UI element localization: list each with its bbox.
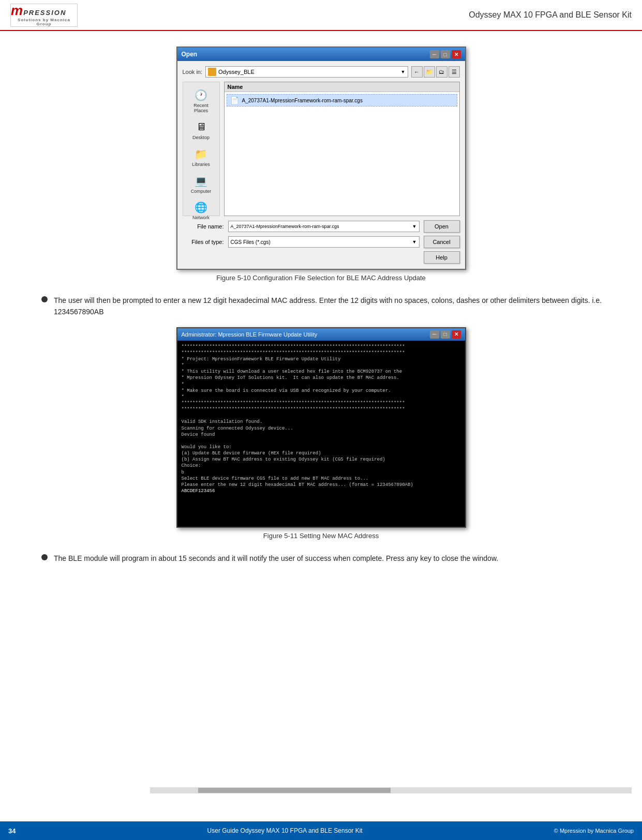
term-line-12: Valid SDK installation found.	[182, 419, 461, 425]
terminal-controls: ─ □ ✕	[430, 330, 461, 339]
figure-10-caption: Figure 5‑10 Configuration File Selection…	[216, 274, 426, 282]
figure-11-caption: Figure 5‑11 Setting New MAC Address	[263, 532, 379, 540]
logo-area: m PRESSION Solutions by Macnica Group	[10, 4, 78, 27]
bullet-text-2: The BLE module will program in about 15 …	[54, 553, 498, 564]
term-line-1: ****************************************…	[182, 344, 461, 350]
bullet-dot-1	[41, 296, 48, 302]
term-line-3: * Project: MpressionFramework BLE Firmwa…	[182, 356, 461, 362]
terminal-body: ****************************************…	[177, 341, 465, 527]
nav-libraries[interactable]: 📁 Libraries	[185, 145, 217, 169]
dialog-main-area: 🕐 Recent Places 🖥 Desktop 📁 Libraries	[183, 82, 460, 216]
minimize-button[interactable]: ─	[430, 50, 439, 58]
terminal-minimize-button[interactable]: ─	[430, 330, 439, 339]
main-content: Open ─ □ ✕ Look in: Odyssey_BLE ▼	[0, 31, 642, 589]
bullet-dot-2	[41, 554, 48, 560]
view-menu-button[interactable]: ☰	[449, 66, 460, 78]
close-button[interactable]: ✕	[452, 50, 461, 58]
open-dialog: Open ─ □ ✕ Look in: Odyssey_BLE ▼	[176, 47, 466, 270]
page-footer: 34 User Guide Odyssey MAX 10 FPGA and BL…	[0, 821, 642, 840]
lookin-combo[interactable]: Odyssey_BLE ▼	[205, 66, 408, 78]
network-label: Network	[192, 216, 210, 221]
filetype-value: CGS Files (*.cgs)	[231, 239, 271, 245]
term-line-11: ****************************************…	[182, 406, 461, 413]
terminal-maximize-button[interactable]: □	[441, 330, 450, 339]
file-list-header: Name	[225, 82, 459, 92]
term-line-17: (b) Assign new BT MAC address to existin…	[182, 456, 461, 463]
help-button[interactable]: Help	[424, 251, 460, 264]
nav-network[interactable]: 🌐 Network	[185, 198, 217, 222]
figure-11-container: Administrator: Mpression BLE Firmware Up…	[31, 327, 611, 540]
footer-copyright: © Mpression by Macnica Group	[554, 828, 634, 834]
filetype-label: Files of type:	[183, 239, 224, 245]
lookin-actions: ← 📁 🗂 ☰	[411, 66, 460, 78]
term-line-21: Please enter the new 12 digit hexadecima…	[182, 482, 461, 488]
figure-10-container: Open ─ □ ✕ Look in: Odyssey_BLE ▼	[31, 47, 611, 282]
terminal-window: Administrator: Mpression BLE Firmware Up…	[176, 327, 466, 528]
new-folder-button[interactable]: 🗂	[436, 66, 447, 78]
desktop-icon: 🖥	[193, 120, 210, 134]
places-nav: 🕐 Recent Places 🖥 Desktop 📁 Libraries	[183, 82, 220, 216]
bullet-section-1: The user will then be prompted to enter …	[31, 295, 611, 318]
file-item[interactable]: 📄 A_20737A1-MpressionFramework-rom-ram-s…	[227, 94, 457, 106]
lookin-value: Odyssey_BLE	[218, 69, 255, 75]
nav-recent-places[interactable]: 🕐 Recent Places	[185, 86, 217, 115]
folder-icon	[208, 68, 216, 76]
network-icon: 🌐	[193, 200, 210, 215]
bullet-item-1: The user will then be prompted to enter …	[41, 295, 611, 318]
bullet-section-2: The BLE module will program in about 15 …	[31, 553, 611, 564]
dropdown-arrow-icon: ▼	[401, 69, 406, 74]
filetype-input[interactable]: CGS Files (*.cgs) ▼	[228, 236, 420, 248]
open-button[interactable]: Open	[424, 220, 460, 233]
term-line-16: (a) Update BLE device firmware (HEX file…	[182, 450, 461, 456]
computer-label: Computer	[191, 189, 212, 194]
terminal-close-button[interactable]: ✕	[452, 330, 461, 339]
filename-value: A_20737A1-MpressionFramework-rom-ram-spa…	[231, 224, 339, 229]
header-title: Odyssey MAX 10 FPGA and BLE Sensor Kit	[469, 10, 632, 20]
libraries-icon: 📁	[193, 147, 210, 161]
maximize-button[interactable]: □	[441, 50, 450, 58]
up-folder-button[interactable]: 📁	[424, 66, 435, 78]
lookin-bar: Look in: Odyssey_BLE ▼ ← 📁 🗂 ☰	[183, 66, 460, 78]
term-line-13: Scanning for connected Odyssey device...	[182, 425, 461, 432]
lookin-label: Look in:	[183, 69, 203, 75]
desktop-label: Desktop	[192, 135, 210, 141]
libraries-label: Libraries	[192, 162, 210, 167]
term-line-15: Would you like to:	[182, 444, 461, 450]
term-line-2: ****************************************…	[182, 350, 461, 356]
dialog-body: Look in: Odyssey_BLE ▼ ← 📁 🗂 ☰	[177, 61, 465, 269]
filetype-row: Files of type: CGS Files (*.cgs) ▼ Cance…	[183, 236, 460, 248]
filetype-dropdown-icon: ▼	[412, 239, 417, 245]
dialog-title: Open	[182, 51, 198, 58]
term-line-5: * This utility will download a user sele…	[182, 369, 461, 375]
back-button[interactable]: ←	[411, 66, 423, 78]
dialog-titlebar: Open ─ □ ✕	[177, 48, 465, 61]
dialog-controls: ─ □ ✕	[430, 50, 461, 58]
cancel-button[interactable]: Cancel	[424, 236, 460, 248]
term-line-19: b	[182, 469, 461, 476]
recent-places-icon: 🕐	[193, 88, 210, 102]
logo: m PRESSION Solutions by Macnica Group	[10, 4, 78, 27]
filename-row: File name: A_20737A1-MpressionFramework-…	[183, 220, 460, 233]
term-line-20: Select BLE device firmware CGS file to a…	[182, 476, 461, 482]
filename-label: File name:	[183, 223, 224, 230]
term-line-7: *	[182, 381, 461, 388]
logo-subtitle: Solutions by Macnica Group	[11, 18, 77, 27]
term-line-18: Choice:	[182, 463, 461, 469]
file-icon: 📄	[230, 96, 239, 104]
file-item-name: A_20737A1-MpressionFramework-rom-ram-spa…	[242, 98, 363, 103]
nav-computer[interactable]: 💻 Computer	[185, 172, 217, 196]
term-line-9: *	[182, 394, 461, 400]
dialog-bottom: File name: A_20737A1-MpressionFramework-…	[183, 220, 460, 264]
term-line-8: * Make sure the board is connected via U…	[182, 388, 461, 394]
recent-places-label: Recent Places	[187, 103, 216, 114]
footer-center: User Guide Odyssey MAX 10 FPGA and BLE S…	[207, 827, 363, 834]
term-line-10: ****************************************…	[182, 400, 461, 406]
term-line-6: * Mpression Odyssey IoT Solutions kit. I…	[182, 375, 461, 381]
term-line-blank2	[182, 438, 461, 444]
filename-dropdown-icon: ▼	[412, 224, 417, 229]
help-row: Help	[183, 251, 460, 264]
filename-input[interactable]: A_20737A1-MpressionFramework-rom-ram-spa…	[228, 221, 420, 232]
nav-desktop[interactable]: 🖥 Desktop	[185, 118, 217, 142]
term-line-22: ABCDEF123456	[182, 488, 461, 494]
terminal-titlebar: Administrator: Mpression BLE Firmware Up…	[177, 328, 465, 341]
